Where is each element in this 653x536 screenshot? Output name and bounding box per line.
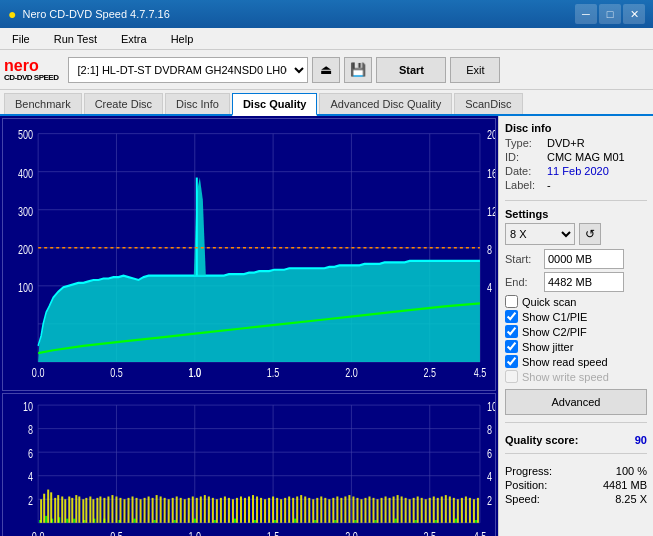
svg-rect-90 [395,518,397,522]
show-jitter-checkbox[interactable] [505,340,518,353]
title-bar-left: ● Nero CD-DVD Speed 4.7.7.16 [8,6,170,22]
svg-rect-102 [64,499,66,523]
show-c1-row: Show C1/PIE [505,310,647,323]
svg-rect-91 [415,520,417,523]
svg-rect-104 [71,498,73,523]
svg-rect-163 [304,496,306,522]
svg-rect-84 [274,520,276,523]
svg-rect-137 [200,496,202,522]
svg-rect-121 [136,498,138,523]
show-write-speed-checkbox[interactable] [505,370,518,383]
svg-rect-151 [256,496,258,522]
top-chart: 500 400 300 200 100 20 16 12 8 4 0.0 0.5… [2,118,496,391]
svg-rect-99 [54,498,56,523]
svg-text:0.0: 0.0 [32,529,45,536]
svg-rect-179 [368,496,370,522]
svg-rect-175 [352,496,354,522]
label-label: Label: [505,179,543,191]
svg-rect-125 [152,498,154,523]
end-mb-label: End: [505,276,540,288]
nero-logo: nero CD-DVD SPEED [4,54,58,86]
show-c1-checkbox[interactable] [505,310,518,323]
svg-rect-185 [393,496,395,522]
svg-text:16: 16 [487,166,495,180]
svg-rect-141 [216,499,218,523]
title-bar-controls: ─ □ ✕ [575,4,645,24]
start-input[interactable] [544,249,624,269]
disc-date-row: Date: 11 Feb 2020 [505,165,647,177]
tab-create-disc[interactable]: Create Disc [84,93,163,114]
svg-rect-164 [308,498,310,523]
svg-rect-134 [188,498,190,523]
svg-rect-196 [437,498,439,523]
speed-row-2: Speed: 8.25 X [505,493,647,505]
progress-section: Progress: 100 % Position: 4481 MB Speed:… [505,465,647,507]
svg-rect-183 [385,496,387,522]
svg-text:8: 8 [487,242,492,256]
svg-text:2: 2 [28,493,33,507]
drive-selector[interactable]: [2:1] HL-DT-ST DVDRAM GH24NSD0 LH00 [68,57,308,83]
svg-rect-138 [204,495,206,523]
close-button[interactable]: ✕ [623,4,645,24]
speed-progress-label: Speed: [505,493,540,505]
tab-bar: Benchmark Create Disc Disc Info Disc Qua… [0,90,653,116]
tab-scandisc[interactable]: ScanDisc [454,93,522,114]
svg-rect-123 [144,498,146,523]
tab-disc-quality[interactable]: Disc Quality [232,93,318,116]
svg-text:10: 10 [23,399,33,413]
svg-text:4: 4 [487,470,492,484]
show-c2-checkbox[interactable] [505,325,518,338]
exit-button[interactable]: Exit [450,57,500,83]
svg-rect-204 [469,498,471,523]
svg-rect-96 [43,493,45,522]
svg-rect-87 [334,520,336,523]
tab-benchmark[interactable]: Benchmark [4,93,82,114]
svg-rect-173 [344,496,346,522]
svg-rect-166 [316,498,318,523]
advanced-button[interactable]: Advanced [505,389,647,415]
eject-button[interactable]: ⏏ [312,57,340,83]
svg-rect-176 [356,498,358,523]
settings-title: Settings [505,208,647,220]
svg-text:8: 8 [28,422,33,436]
progress-label: Progress: [505,465,552,477]
svg-rect-178 [364,498,366,523]
divider-2 [505,422,647,423]
svg-text:2.0: 2.0 [345,529,358,536]
menu-file[interactable]: File [4,31,38,47]
svg-rect-101 [61,496,63,522]
label-value: - [547,179,551,191]
svg-rect-155 [272,496,274,522]
minimize-button[interactable]: ─ [575,4,597,24]
save-button[interactable]: 💾 [344,57,372,83]
svg-rect-103 [68,496,70,522]
show-write-speed-row: Show write speed [505,370,647,383]
end-input[interactable] [544,272,624,292]
menu-extra[interactable]: Extra [113,31,155,47]
show-read-speed-row: Show read speed [505,355,647,368]
svg-rect-192 [421,498,423,523]
quick-scan-checkbox[interactable] [505,295,518,308]
svg-rect-180 [373,498,375,523]
speed-select[interactable]: 8 X [505,223,575,245]
show-read-speed-checkbox[interactable] [505,355,518,368]
refresh-button[interactable]: ↺ [579,223,601,245]
restore-button[interactable]: □ [599,4,621,24]
svg-rect-98 [50,492,52,522]
svg-text:500: 500 [18,128,33,142]
svg-rect-181 [377,499,379,523]
chart-area: 500 400 300 200 100 20 16 12 8 4 0.0 0.5… [0,116,498,536]
svg-rect-142 [220,498,222,523]
start-button[interactable]: Start [376,57,446,83]
svg-rect-153 [264,499,266,523]
svg-text:6: 6 [487,446,492,460]
tab-advanced-disc-quality[interactable]: Advanced Disc Quality [319,93,452,114]
menu-run-test[interactable]: Run Test [46,31,105,47]
tab-disc-info[interactable]: Disc Info [165,93,230,114]
svg-rect-120 [132,496,134,522]
menu-help[interactable]: Help [163,31,202,47]
svg-text:4: 4 [28,470,33,484]
svg-rect-114 [107,496,109,522]
svg-rect-169 [328,499,330,523]
svg-rect-133 [184,499,186,523]
